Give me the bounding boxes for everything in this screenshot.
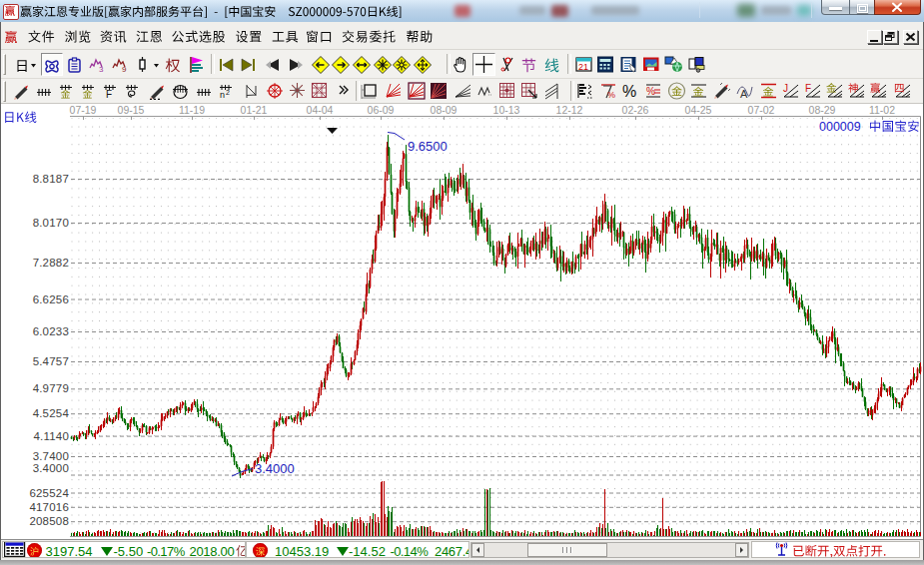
svg-text:%: %	[646, 86, 655, 97]
svg-text:3.7400: 3.7400	[33, 450, 69, 462]
svg-text:10-13: 10-13	[493, 104, 520, 116]
svg-text:07-19: 07-19	[70, 104, 97, 116]
svg-text:417016: 417016	[29, 501, 69, 513]
svg-text:A: A	[740, 88, 748, 100]
svg-text:01-21: 01-21	[241, 104, 268, 116]
svg-text:9.6500: 9.6500	[408, 139, 448, 154]
svg-text:09-15: 09-15	[118, 104, 145, 116]
svg-text:3.4000: 3.4000	[255, 461, 295, 476]
svg-text:208508: 208508	[29, 515, 69, 527]
svg-text:3.4000: 3.4000	[33, 462, 69, 474]
svg-text:4.5254: 4.5254	[33, 407, 70, 419]
svg-text:2: 2	[226, 89, 230, 96]
svg-text:6.0233: 6.0233	[33, 325, 69, 337]
svg-text:12-12: 12-12	[556, 104, 583, 116]
svg-text:000009: 000009	[819, 120, 861, 134]
svg-text:4.9779: 4.9779	[33, 382, 69, 394]
svg-text:6.6256: 6.6256	[33, 293, 69, 305]
svg-text:07-02: 07-02	[748, 104, 775, 116]
svg-text:n: n	[220, 90, 225, 99]
svg-text:625524: 625524	[29, 487, 69, 499]
svg-text:08-29: 08-29	[809, 104, 836, 116]
svg-text:4.1140: 4.1140	[33, 430, 69, 442]
svg-text:9: 9	[122, 65, 127, 73]
svg-text:F: F	[805, 83, 811, 94]
svg-text:8.0170: 8.0170	[33, 217, 69, 229]
svg-text:%: %	[607, 90, 615, 100]
svg-text:3: 3	[99, 65, 104, 73]
svg-text:5.4757: 5.4757	[33, 355, 69, 367]
svg-text:11-19: 11-19	[179, 104, 205, 116]
svg-text:7.2882: 7.2882	[33, 257, 69, 269]
svg-text:06-09: 06-09	[368, 104, 395, 116]
svg-text:04-25: 04-25	[685, 104, 712, 116]
svg-text:%: %	[622, 83, 636, 100]
svg-text:J: J	[783, 83, 788, 94]
svg-text:21: 21	[578, 62, 588, 72]
svg-text:02-26: 02-26	[622, 104, 649, 116]
svg-text:11-02: 11-02	[869, 104, 895, 116]
svg-text:08-09: 08-09	[431, 104, 458, 116]
svg-text:8.8187: 8.8187	[33, 173, 69, 185]
svg-text:F: F	[106, 89, 112, 99]
svg-text:04-04: 04-04	[307, 104, 334, 116]
